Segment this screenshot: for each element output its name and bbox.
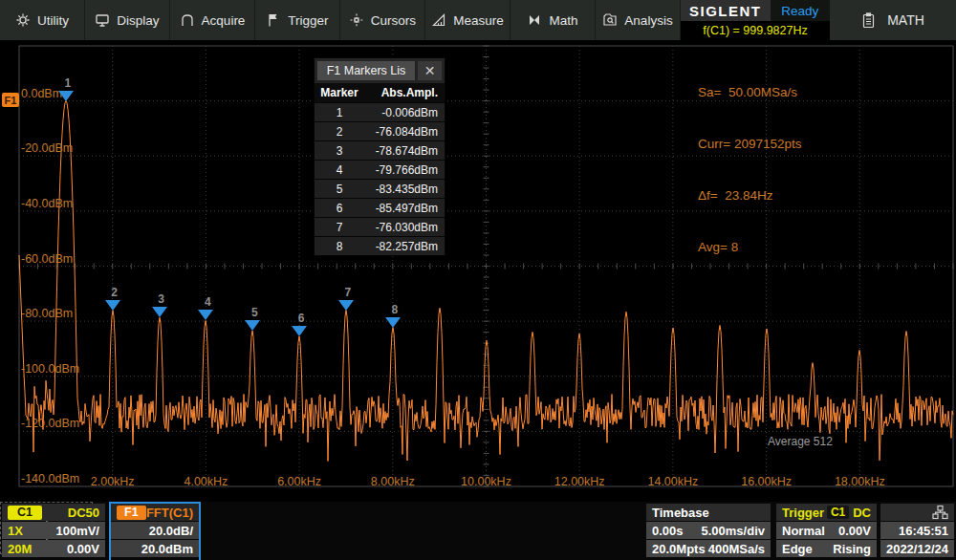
y-tick-60dbm: -60.0dBm [21,252,73,266]
trigger-type: Edge [782,542,813,556]
markers-table-header: Marker Abs.Ampl. [315,83,445,102]
menu-math-label: Math [549,13,577,28]
y-tick-120dbm: -120.0dBm [21,417,79,430]
trigger-level: 0.00V [838,524,871,538]
gear-icon [15,12,31,28]
table-row[interactable]: 3-78.674dBm [315,140,445,160]
menu-bar: Utility Display Acquire Trigger Cursors … [0,0,956,40]
y-tick-0dbm: 0.0dBm [21,87,62,100]
peak-marker-number: 8 [391,303,398,316]
c1-coupling: DC50 [68,506,99,520]
menu-acquire-label: Acquire [202,13,246,28]
peak-marker-number: 3 [158,292,164,306]
menu-measure-label: Measure [453,13,504,28]
trigger-mode: Normal [782,524,825,538]
network-icon[interactable] [932,505,948,520]
math-icon [527,12,542,28]
y-tick-100dbm: -100.0dBm [21,362,79,376]
menu-trigger-label: Trigger [288,13,328,28]
close-icon[interactable]: ✕ [418,61,442,80]
menu-utility[interactable]: Utility [0,0,85,40]
cursors-icon [349,12,364,28]
peak-marker-triangle[interactable] [245,320,260,331]
c1-channel-chip: C1 [8,506,42,520]
trigger-flag-icon [266,12,281,28]
table-row[interactable]: 5-83.435dBm [315,179,445,198]
peak-marker-number: 1 [65,76,72,90]
timebase-sample-rate: 400MSa/s [708,542,765,556]
fft-plot [0,40,956,502]
peak-marker-triangle[interactable] [152,307,167,317]
markers-dialog-titlebar[interactable]: F1 Markers Lis ✕ [315,58,445,83]
marker-column-header: Marker [315,86,364,99]
table-row[interactable]: 2-76.084dBm [315,121,445,140]
table-row[interactable]: 1-0.006dBm [315,102,445,121]
average-readout: Avg= 8 [698,239,801,256]
x-tick-14khz: 14.00kHz [647,475,698,488]
y-tick-40dbm: -40.0dBm [21,197,73,210]
table-row[interactable]: 6-85.497dBm [315,198,445,217]
peak-marker-triangle[interactable] [292,326,307,336]
peak-marker-triangle[interactable] [385,317,401,328]
menu-cursors[interactable]: Cursors [340,0,425,40]
menu-trigger[interactable]: Trigger [255,0,340,40]
timebase-descriptor[interactable]: Timebase 0.00s 5.00ms/div 20.0Mpts 400MS… [646,504,771,558]
menu-measure[interactable]: Measure [425,0,511,40]
trigger-slope: Rising [833,542,871,556]
timebase-delay: 0.00s [652,524,684,538]
menu-utility-label: Utility [37,13,69,28]
menu-display[interactable]: Display [85,0,170,40]
peak-marker-triangle[interactable] [58,91,74,101]
acquire-icon [180,12,195,28]
menu-display-label: Display [117,13,159,28]
c1-volts-per-div: 100mV/ [55,524,99,538]
sample-rate-readout: Sa= 50.00MSa/s [698,84,801,101]
menu-math[interactable]: Math [511,0,596,40]
menu-analysis[interactable]: Analysis [596,0,681,40]
c1-bandwidth-limit: 20M [8,542,32,556]
channel-c1-descriptor[interactable]: C1 DC50 1X 100mV/ 20M 0.00V [2,504,105,558]
trigger-title: Trigger [782,506,824,520]
f1-function: FFT(C1) [146,506,193,520]
table-row[interactable]: 7-76.030dBm [315,217,445,236]
timebase-scale: 5.00ms/div [702,524,766,538]
peak-marker-number: 4 [205,295,211,309]
y-tick-140dbm: -140.0dBm [21,472,79,485]
peak-marker-triangle[interactable] [198,310,213,320]
clipboard-icon [861,12,876,29]
points-readout: Curr= 2097152pts [698,136,801,153]
peak-marker-number: 2 [111,286,118,299]
siglent-logo: SIGLENT [681,0,771,21]
markers-dialog[interactable]: F1 Markers Lis ✕ Marker Abs.Ampl. 1-0.00… [314,57,445,256]
clock-panel: 16:45:51 2022/12/24 [880,504,954,558]
peak-marker-triangle[interactable] [105,300,120,311]
menu-acquire[interactable]: Acquire [170,0,255,40]
x-tick-6khz: 6.00kHz [277,475,321,488]
f1-trace-chip: F1 [117,506,146,520]
measure-icon [431,12,446,28]
timebase-title: Timebase [652,506,709,520]
average-overlay-label: Average 512 [768,435,833,448]
x-tick-4khz: 4.00kHz [184,475,228,488]
x-tick-18khz: 18.00kHz [835,475,885,488]
peak-marker-triangle[interactable] [338,300,354,311]
math-panel-button[interactable]: MATH [830,0,956,40]
c1-attenuation: 1X [8,524,23,538]
markers-dialog-title: F1 Markers Lis [317,61,415,80]
trigger-descriptor[interactable]: Trigger C1 DC Normal 0.00V Edge Rising [776,504,877,558]
brand-status-panel: SIGLENT Ready f(C1) = 999.9827Hz [681,0,830,40]
table-row[interactable]: 4-79.766dBm [315,160,445,179]
oscilloscope-screen: Utility Display Acquire Trigger Cursors … [0,0,956,560]
acquisition-status: Ready [771,0,830,21]
timebase-points: 20.0Mpts [652,542,706,556]
clock-time: 16:45:51 [899,524,948,538]
x-tick-2khz: 2.00kHz [91,475,135,488]
math-f1-descriptor[interactable]: F1 FFT(C1) 20.0dB/ 20.0dBm [109,502,201,560]
peak-marker-number: 5 [251,306,258,319]
x-tick-10khz: 10.00kHz [461,475,511,488]
math-panel-label: MATH [887,12,924,28]
f1-reference-badge[interactable]: F1 [2,93,19,107]
trigger-coupling: DC [853,506,871,520]
table-row[interactable]: 8-82.257dBm [315,236,445,255]
trigger-source: C1 [827,506,849,519]
